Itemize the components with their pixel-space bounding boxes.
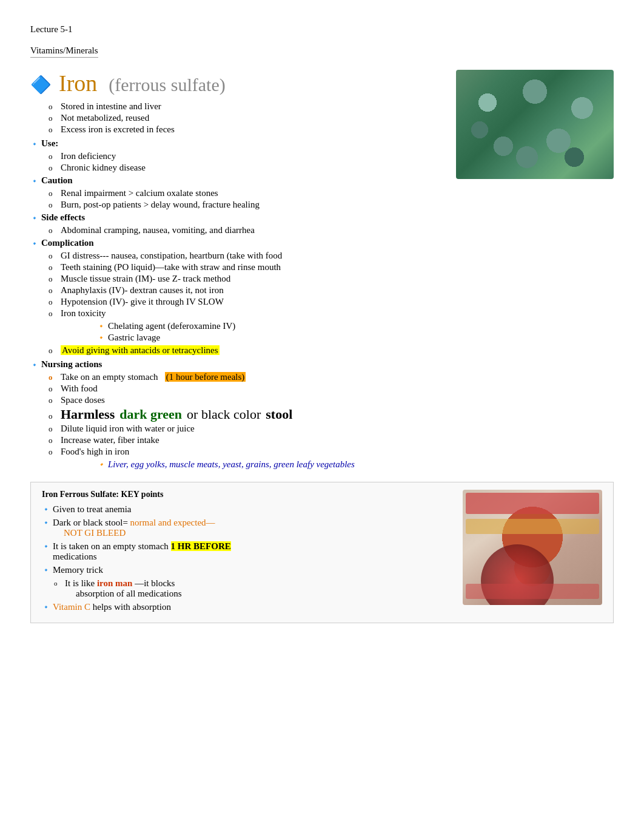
kp-sub-bullet: o	[54, 578, 65, 587]
kp-item-4: 🔹 Memory trick	[42, 565, 451, 575]
img-bar-3	[466, 584, 599, 599]
kp-blocks: absorption of all medications	[65, 589, 182, 598]
nursing-item-1: Take on an empty stomach (1 hour before …	[61, 372, 444, 382]
bullet-o: o	[49, 113, 61, 123]
bullet-o: o	[49, 251, 61, 261]
kp-text-1: Given to treat anemia	[53, 504, 451, 515]
use-label: Use:	[41, 138, 444, 149]
kp-bullet: 🔹	[42, 602, 53, 611]
nursing-item-6: Increase water, fiber intake	[61, 435, 444, 445]
complication-label: Complication	[41, 238, 444, 248]
bullet-o: o	[49, 151, 61, 161]
vitamin-c-label: Vitamin C	[53, 602, 93, 612]
kp-stool-prefix: Dark or black stool=	[53, 518, 130, 527]
or-black-text: or black color	[187, 407, 261, 422]
kp-subitem-1: o It is like iron man —it blocks absorpt…	[42, 578, 451, 599]
bullet-o: o	[49, 285, 61, 296]
left-column: 🔷 Iron (ferrous sulfate) o Stored in int…	[30, 70, 444, 471]
nursing-item-5: Dilute liquid iron with water or juice	[61, 424, 444, 434]
list-item: 🔸 Gastric lavage	[97, 333, 444, 343]
toxicity-item-2: Gastric lavage	[108, 333, 160, 343]
bullet-o: o	[49, 188, 61, 198]
list-item: o Increase water, fiber intake	[49, 435, 444, 445]
dark-green-text: dark green	[119, 407, 182, 422]
caution-label: Caution	[41, 175, 444, 186]
iron-man-label: iron man	[97, 578, 135, 588]
img-bar-1	[466, 493, 599, 514]
list-item: o Not metabolized, reused	[49, 113, 444, 123]
comp-item-4: Anaphylaxis (IV)- dextran causes it, not…	[61, 285, 444, 296]
nursing-item-2: With food	[61, 384, 444, 394]
food-list: 🔸 Liver, egg yolks, muscle meats, yeast,…	[30, 459, 444, 470]
use-item-2: Chronic kidney disease	[61, 163, 444, 173]
list-item: o Teeth staining (PO liquid)—take with s…	[49, 262, 444, 272]
list-item: o Muscle tissue strain (IM)- use Z- trac…	[49, 274, 444, 284]
bullet-small: 🔸	[97, 321, 108, 330]
list-item: o Take on an empty stomach (1 hour befor…	[49, 372, 444, 382]
nursing-item-3: Space doses	[61, 395, 444, 405]
caution-header: 🔹 Caution	[30, 175, 444, 186]
drug-title: Iron (ferrous sulfate)	[59, 70, 226, 96]
antacids-warning: o Avoid giving with antacids or tetracyc…	[30, 345, 444, 356]
list-item: o Chronic kidney disease	[49, 163, 444, 173]
bullet-o: o	[49, 163, 61, 173]
bullet-sym: 🔹	[30, 359, 41, 369]
list-item: o Renal impairment > calcium oxalate sto…	[49, 188, 444, 198]
drug-symbol: 🔷	[30, 70, 52, 95]
kp-item-5: 🔹 Vitamin C helps with absorption	[42, 602, 451, 612]
key-points-content: Iron Ferrous Sulfate: KEY points 🔹 Given…	[42, 490, 451, 615]
kp-stool-gi: NOT GI BLEED	[53, 528, 126, 538]
use-header: 🔹 Use:	[30, 138, 444, 149]
nursing-empty-stomach: Take on an empty stomach	[61, 372, 158, 382]
bullet-o: o	[49, 424, 61, 434]
kp-1hr: 1 HR BEFORE	[171, 541, 231, 551]
section-title: Vitamins/Minerals	[30, 46, 98, 58]
img-bar-2	[466, 519, 599, 534]
kp-absorption: helps with absorption	[93, 602, 171, 612]
list-item: o Space doses	[49, 395, 444, 405]
bullet-sym: 🔹	[30, 175, 41, 185]
se-item-1: Abdominal cramping, nausea, vomiting, an…	[61, 225, 444, 235]
comp-item-6: Iron toxicity	[61, 308, 444, 319]
kp-item-1: 🔹 Given to treat anemia	[42, 504, 451, 515]
kp-medications: medications	[53, 552, 96, 561]
toxicity-item-1: Chelating agent (deferoxamine IV)	[108, 321, 235, 331]
list-item: 🔸 Chelating agent (deferoxamine IV)	[97, 321, 444, 331]
comp-label-text: Complication	[41, 238, 94, 248]
kp-bullet: 🔹	[42, 541, 53, 550]
kp-iron-man-text: It is like iron man —it blocks absorptio…	[65, 578, 451, 599]
list-item: o Hypotension (IV)- give it through IV S…	[49, 297, 444, 307]
comp-item-5: Hypotension (IV)- give it through IV SLO…	[61, 297, 444, 307]
bullet-o: o	[49, 308, 61, 319]
bullet-sym: 🔹	[30, 238, 41, 248]
list-item: o GI distress--- nausea, constipation, h…	[49, 251, 444, 261]
bullet-o: o	[49, 274, 61, 284]
bullet-small: 🔸	[97, 333, 108, 342]
nursing-item-7: Food's high in iron	[61, 447, 444, 457]
nursing-header: 🔹 Nursing actions	[30, 359, 444, 370]
complication-header: 🔹 Complication	[30, 238, 444, 248]
bullet-o: o	[49, 411, 61, 421]
side-effects-section: 🔹 Side effects	[30, 212, 444, 223]
antacids-text: Avoid giving with antacids or tetracycli…	[61, 345, 444, 356]
bullet-o: o	[49, 124, 61, 135]
bullet-o: o	[49, 101, 61, 112]
bullet-o: o	[49, 447, 61, 457]
kp-item-3: 🔹 It is taken on an empty stomach 1 HR B…	[42, 541, 451, 562]
bullet-o: o	[49, 262, 61, 272]
caution-item-1: Renal impairment > calcium oxalate stone…	[61, 188, 444, 198]
metabolism-item-1: Stored in intestine and liver	[61, 101, 444, 112]
metabolism-item-3: Excess iron is excreted in feces	[61, 124, 444, 135]
list-item: o Stored in intestine and liver	[49, 101, 444, 112]
bullet-o: o	[49, 225, 61, 235]
key-points-image	[463, 490, 602, 605]
lecture-title: Lecture 5-1	[30, 24, 614, 35]
kp-text-2: Dark or black stool= normal and expected…	[53, 518, 451, 538]
kp-text-3: It is taken on an empty stomach 1 HR BEF…	[53, 541, 451, 562]
list-item: o Iron deficiency	[49, 151, 444, 161]
list-item: o Excess iron is excreted in feces	[49, 124, 444, 135]
bullet-o: o	[49, 435, 61, 445]
use-label-text: Use:	[41, 138, 58, 148]
side-effects-list: o Abdominal cramping, nausea, vomiting, …	[30, 225, 444, 235]
kp-memory: Memory trick	[53, 565, 103, 575]
